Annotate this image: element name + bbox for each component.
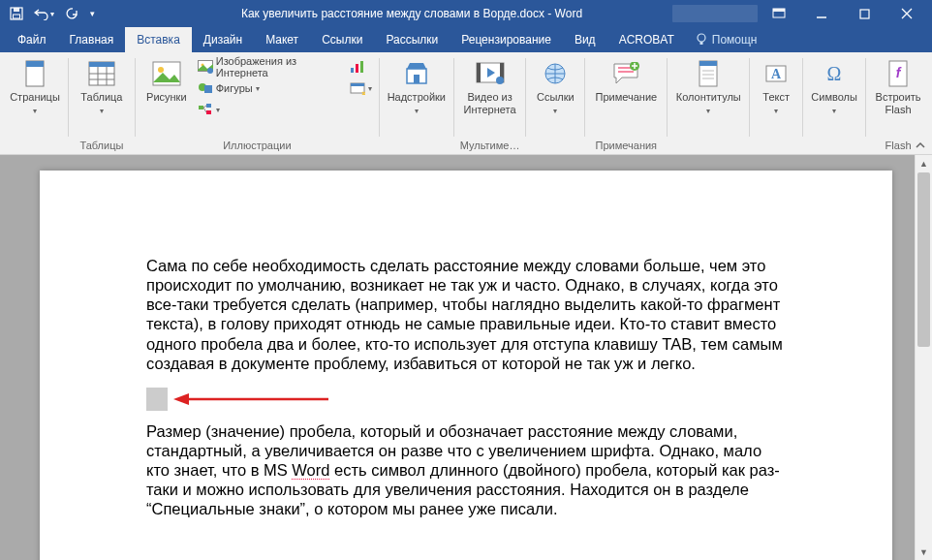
space-demo-row [146, 383, 786, 416]
space-character-highlight[interactable] [146, 388, 168, 411]
text-button[interactable]: A Текст ▾ [756, 56, 796, 119]
svg-rect-33 [360, 61, 363, 73]
shapes-button[interactable]: Фигуры ▾ [194, 78, 343, 99]
ribbon-display-button[interactable] [758, 0, 800, 27]
comment-icon [612, 62, 639, 85]
chart-button[interactable] [349, 56, 373, 78]
tab-acrobat[interactable]: ACROBAT [607, 27, 686, 52]
group-addins: Надстройки ▾ [382, 54, 451, 154]
tab-home[interactable]: Главная [58, 27, 126, 52]
svg-text:Ω: Ω [827, 63, 842, 84]
group-comments: Примечание Примечания [587, 54, 665, 154]
group-media-label: Мультиме… [460, 138, 520, 154]
headerfooter-button[interactable]: Колонтитулы ▾ [673, 56, 743, 119]
svg-rect-12 [26, 61, 44, 67]
links-button[interactable]: Ссылки ▾ [532, 56, 578, 119]
group-media: Видео из Интернета Мультиме… [456, 54, 524, 154]
illustrations-more[interactable]: ▾ [194, 99, 343, 120]
group-illustrations: Рисунки Изображения из Интернета Фигуры … [138, 54, 377, 154]
vertical-scrollbar[interactable]: ▲ ▼ [915, 155, 932, 560]
symbols-label: Символы [811, 91, 857, 104]
tab-view[interactable]: Вид [563, 27, 607, 52]
svg-line-29 [203, 106, 206, 108]
tab-file[interactable]: Файл [6, 27, 58, 52]
minimize-icon [816, 8, 827, 19]
header-icon [698, 60, 719, 87]
svg-point-9 [698, 34, 705, 42]
flash-label: Встроить Flash [874, 91, 922, 116]
tab-references[interactable]: Ссылки [310, 27, 374, 52]
group-pages: Страницы ▾ [4, 54, 66, 154]
ribbon: Страницы ▾ Таблица ▾ Таблицы Рисунки [0, 52, 932, 155]
svg-rect-26 [199, 106, 203, 109]
redo-icon [63, 7, 78, 20]
paragraph-2[interactable]: Размер (значение) пробела, который и обо… [146, 421, 786, 519]
save-button[interactable] [4, 2, 29, 25]
close-icon [901, 8, 913, 19]
scroll-thumb[interactable] [917, 172, 930, 347]
minimize-button[interactable] [800, 0, 843, 27]
maximize-button[interactable] [843, 0, 885, 27]
online-video-button[interactable]: Видео из Интернета [461, 56, 519, 118]
pages-label: Страницы [10, 91, 60, 104]
tab-design[interactable]: Дизайн [192, 27, 254, 52]
svg-rect-25 [204, 85, 212, 93]
online-pictures-label: Изображения из Интернета [216, 55, 339, 78]
undo-button[interactable]: ▾ [31, 2, 56, 25]
online-pictures-button[interactable]: Изображения из Интернета [194, 56, 343, 78]
omega-icon: Ω [823, 62, 846, 85]
chevron-up-icon [915, 140, 926, 150]
document-page[interactable]: Сама по себе необходимость сделать расст… [40, 171, 892, 560]
comment-label: Примечание [595, 91, 657, 104]
maximize-icon [859, 9, 870, 19]
table-label: Таблица [80, 91, 122, 104]
addins-button[interactable]: Надстройки ▾ [386, 56, 448, 119]
qat-customize-button[interactable]: ▾ [85, 2, 99, 25]
page-icon [24, 60, 46, 87]
window-controls [758, 0, 928, 27]
shapes-icon [198, 81, 213, 95]
flash-button[interactable]: f Встроить Flash [872, 56, 924, 118]
pages-button[interactable]: Страницы ▾ [8, 56, 62, 119]
group-headerfooter: Колонтитулы ▾ [669, 54, 747, 154]
ribbon-options-icon [772, 8, 786, 19]
account-area[interactable] [672, 5, 758, 22]
tab-review[interactable]: Рецензирование [450, 27, 563, 52]
textbox-icon: A [764, 62, 788, 85]
scroll-down-button[interactable]: ▼ [916, 544, 932, 560]
scroll-up-button[interactable]: ▲ [916, 155, 932, 171]
redo-button[interactable] [58, 2, 83, 25]
comment-button[interactable]: Примечание [591, 56, 661, 106]
link-icon [543, 62, 568, 85]
svg-rect-27 [206, 104, 211, 108]
quick-access-toolbar: ▾ ▾ [4, 2, 99, 25]
group-addins-label [386, 138, 448, 154]
lightbulb-icon [696, 33, 707, 47]
close-button[interactable] [885, 0, 928, 27]
text-label: Текст [762, 91, 790, 104]
group-symbols: Ω Символы ▾ [805, 54, 863, 154]
table-button[interactable]: Таблица ▾ [75, 56, 129, 119]
svg-rect-2 [14, 15, 20, 18]
group-tables: Таблица ▾ Таблицы [71, 54, 133, 154]
paragraph-1[interactable]: Сама по себе необходимость сделать расст… [146, 256, 786, 373]
pictures-button[interactable]: Рисунки [141, 56, 192, 106]
headerfooter-label: Колонтитулы [676, 91, 741, 104]
addins-label: Надстройки [388, 91, 446, 104]
tab-insert[interactable]: Вставка [125, 27, 192, 52]
smartart-icon [198, 103, 213, 116]
window-title: Как увеличить расстояние между словами в… [99, 7, 667, 20]
svg-marker-59 [173, 393, 189, 405]
svg-line-30 [203, 108, 206, 112]
svg-rect-4 [773, 9, 785, 12]
group-tables-label: Таблицы [75, 138, 129, 154]
screenshot-button[interactable]: ▾ [349, 78, 373, 99]
tab-layout[interactable]: Макет [254, 27, 310, 52]
collapse-ribbon-button[interactable] [915, 140, 926, 150]
tell-me[interactable]: Помощн [686, 27, 767, 52]
symbols-button[interactable]: Ω Символы ▾ [809, 56, 859, 119]
tab-mailings[interactable]: Рассылки [374, 27, 450, 52]
word-with-error: Word [292, 461, 329, 480]
chart-icon [350, 60, 365, 74]
document-area[interactable]: Сама по себе необходимость сделать расст… [0, 155, 932, 560]
